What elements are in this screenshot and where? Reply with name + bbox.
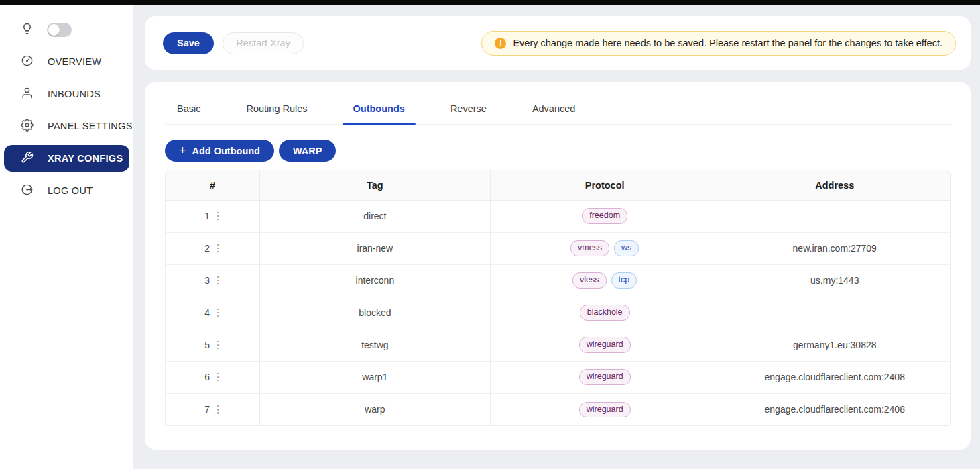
outbound-address: engage.cloudflareclient.com:2408 [765,404,905,415]
outbound-protocol-cell: vlesstcp [490,264,719,297]
sidebar-item-log-out[interactable]: LOG OUT [4,177,129,204]
tab-advanced[interactable]: Advanced [531,99,577,124]
gear-icon [21,119,34,134]
config-tabs: Basic Routing Rules Outbounds Reverse Ad… [165,99,951,125]
row-number: 4 [204,307,210,318]
sidebar-item-label: XRAY CONFIGS [48,153,123,164]
outbound-address: engage.cloudflareclient.com:2408 [765,372,905,382]
sidebar-item-panel-settings[interactable]: PANEL SETTINGS [4,113,129,140]
row-index-cell: 3 [166,264,259,297]
sidebar-item-label: INBOUNDS [48,89,101,99]
sidebar: OVERVIEW INBOUNDS PANEL SETTINGS XRAY CO… [0,5,133,469]
column-header-tag: Tag [259,170,490,200]
outbound-protocol-cell: wireguard [490,329,719,361]
outbounds-table-body: 1directfreedom2iran-newvmesswsnew.iran.c… [166,200,950,425]
outbound-protocol-cell: blackhole [490,297,719,329]
outbound-tag-cell: blocked [259,297,490,329]
row-menu-icon[interactable] [216,340,221,351]
protocol-badge: wireguard [579,337,631,353]
outbound-address-cell: new.iran.com:27709 [719,232,950,264]
restart-xray-button[interactable]: Restart Xray [223,32,304,54]
toggle-knob [48,24,60,36]
row-number: 6 [204,372,210,382]
main-content: Save Restart Xray ! Every change made he… [133,5,980,469]
table-row: 6warp1wireguardengage.cloudflareclient.c… [166,361,950,393]
protocol-badge: wireguard [579,402,631,418]
row-index-cell: 1 [166,200,259,232]
outbound-address: germany1.eu:30828 [793,340,877,350]
table-row: 5testwgwireguardgermany1.eu:30828 [166,329,950,361]
warning-text: Every change made here needs to be saved… [513,38,942,48]
row-menu-icon[interactable] [216,243,221,254]
outbound-actions: + Add Outbound WARP [165,140,951,162]
tab-basic[interactable]: Basic [176,99,202,124]
protocol-badge: ws [614,240,639,256]
outbound-protocol-cell: vmessws [490,232,719,264]
outbound-tag-cell: testwg [259,329,490,361]
add-outbound-label: Add Outbound [192,146,260,156]
outbound-tag-cell: iran-new [259,232,490,264]
save-button[interactable]: Save [163,32,214,54]
warp-button[interactable]: WARP [279,140,336,162]
outbound-address-cell: engage.cloudflareclient.com:2408 [719,361,950,393]
outbound-tag: blocked [359,307,391,318]
warning-icon: ! [495,38,506,49]
protocol-badge: tcp [611,272,637,289]
outbound-protocol-cell: freedom [490,200,719,232]
outbound-address-cell: us.my:1443 [719,264,950,297]
sidebar-item-label: LOG OUT [48,185,93,196]
outbound-tag-cell: direct [259,200,490,232]
plus-icon: + [179,144,186,156]
outbound-tag: warp [365,404,385,415]
wrench-icon [21,151,34,166]
row-menu-icon[interactable] [216,275,221,286]
outbound-address-cell [719,297,950,329]
outbound-tag: warp1 [362,372,387,382]
row-number: 2 [204,243,210,254]
toolbar-buttons: Save Restart Xray [163,32,304,54]
row-menu-icon[interactable] [216,307,221,319]
sidebar-item-inbounds[interactable]: INBOUNDS [4,81,129,107]
logout-icon [21,183,34,198]
outbounds-table: # Tag Protocol Address 1directfreedom2ir… [165,170,951,426]
outbound-address-cell: engage.cloudflareclient.com:2408 [719,393,950,425]
tab-reverse[interactable]: Reverse [449,99,488,124]
table-row: 7warpwireguardengage.cloudflareclient.co… [166,393,950,425]
protocol-badge: freedom [582,208,627,224]
row-menu-icon[interactable] [216,211,221,222]
outbound-address: new.iran.com:27709 [793,243,877,254]
tab-routing-rules[interactable]: Routing Rules [245,99,308,124]
sidebar-item-xray-configs[interactable]: XRAY CONFIGS [4,145,129,172]
protocol-badge: vless [572,272,606,289]
row-index-cell: 4 [166,297,259,329]
row-number: 1 [204,211,210,221]
outbound-tag: testwg [361,340,388,350]
window-top-strip [0,0,980,5]
table-row: 1directfreedom [166,200,950,232]
theme-toggle[interactable] [47,23,72,37]
row-index-cell: 7 [166,393,259,425]
table-header-row: # Tag Protocol Address [166,170,950,200]
tab-outbounds[interactable]: Outbounds [352,99,406,124]
xray-config-card: Basic Routing Rules Outbounds Reverse Ad… [145,82,971,450]
dashboard-icon [21,54,34,69]
sidebar-item-label: PANEL SETTINGS [48,121,133,132]
sidebar-item-overview[interactable]: OVERVIEW [4,48,129,75]
add-outbound-button[interactable]: + Add Outbound [165,140,274,162]
warning-banner: ! Every change made here needs to be sav… [481,31,956,56]
outbound-protocol-cell: wireguard [490,361,719,393]
outbound-tag-cell: interconn [259,264,490,297]
app-root: OVERVIEW INBOUNDS PANEL SETTINGS XRAY CO… [0,5,980,469]
outbound-tag-cell: warp [259,393,490,425]
outbound-tag: iran-new [357,243,393,254]
row-index-cell: 2 [166,232,259,264]
outbound-protocol-cell: wireguard [490,393,719,425]
row-menu-icon[interactable] [216,404,221,415]
column-header-protocol: Protocol [490,170,719,200]
protocol-badge: blackhole [580,305,630,321]
row-menu-icon[interactable] [216,372,221,383]
table-row: 3interconnvlesstcpus.my:1443 [166,264,950,297]
table-row: 4blockedblackhole [166,297,950,329]
outbound-tag: interconn [356,275,395,286]
outbound-tag-cell: warp1 [259,361,490,393]
